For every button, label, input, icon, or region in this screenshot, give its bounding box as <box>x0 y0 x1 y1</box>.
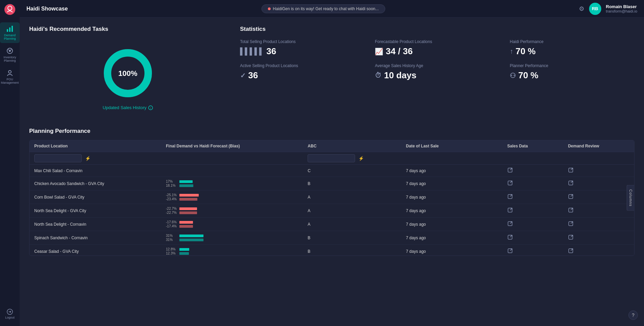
table-row: Chicken Avocado Sandwich - GVA City 17% … <box>30 177 634 190</box>
help-button[interactable]: ? <box>628 310 638 320</box>
product-location-cell: Chicken Avocado Sandwich - GVA City <box>30 177 161 190</box>
svg-point-0 <box>4 4 15 15</box>
table-wrapper[interactable]: Product Location Final Demand vs Haidi F… <box>30 140 634 256</box>
stat-label-4: Average Sales History Age <box>375 63 500 68</box>
abc-cell: B <box>303 177 401 190</box>
abc-cell: A <box>303 218 401 231</box>
stat-value-2: ↑ 70 % <box>510 46 635 57</box>
planning-title: Planning Performance <box>29 128 635 135</box>
tasks-title: Haidi's Recommended Tasks <box>29 26 227 33</box>
stat-value-5: ⚇ 70 % <box>510 70 635 81</box>
stat-icon-2: ↑ <box>510 47 513 55</box>
sales-data-cell <box>503 165 563 177</box>
user-info: Romain Blaser transform@haidi.io <box>606 4 637 13</box>
planning-section: Planning Performance Product Location Fi… <box>29 128 635 256</box>
stat-icon-0: ▌▌▌▌▌ <box>240 47 264 55</box>
demand-review-link[interactable] <box>568 208 573 214</box>
sales-data-link[interactable] <box>507 195 513 200</box>
demand-review-link[interactable] <box>568 222 573 227</box>
table-row: Corn Bowl Salad - GVA City -25.1% -23.4%… <box>30 190 634 204</box>
product-filter-icon[interactable]: ⚡ <box>85 156 91 161</box>
table-container: Product Location Final Demand vs Haidi F… <box>29 140 635 256</box>
sales-data-link[interactable] <box>507 181 513 187</box>
banner-text: HaidiGen is on its way! Get ready to cha… <box>273 6 379 11</box>
last-sale-cell: 7 days ago <box>401 245 503 256</box>
demand-review-link[interactable] <box>568 249 573 254</box>
bar-bottom <box>179 184 193 187</box>
sidebar-item-inventory-planning[interactable]: InventoryPlanning <box>0 44 20 65</box>
sidebar: DemandPlanning InventoryPlanning POUMana… <box>0 0 20 326</box>
table-row: Max Chili Salad - Cornavin C 7 days ago <box>30 165 634 177</box>
tasks-panel: Haidi's Recommended Tasks 100% Updated S… <box>29 26 227 117</box>
product-location-cell: Ceasar Salad - GVA City <box>30 245 161 256</box>
svg-text:100%: 100% <box>118 69 137 78</box>
abc-cell: A <box>303 204 401 218</box>
bias-bar-cell: -25.1% -23.4% <box>166 193 298 201</box>
content-area: Haidi's Recommended Tasks 100% Updated S… <box>20 18 644 326</box>
settings-icon[interactable]: ⚙ <box>579 5 584 13</box>
stat-value-3: ✓ 36 <box>240 70 365 81</box>
product-location-cell: Corn Bowl Salad - GVA City <box>30 190 161 204</box>
last-sale-cell: 7 days ago <box>401 218 503 231</box>
sales-data-link[interactable] <box>507 208 513 214</box>
col-last-sale: Date of Last Sale <box>401 140 503 152</box>
product-location-cell: Spinach Sandwich - Cornavin <box>30 231 161 245</box>
filter-row: ⚡ ⚡ <box>30 152 634 165</box>
svg-point-6 <box>9 50 11 52</box>
col-bias: Final Demand vs Haidi Forecast (Bias) <box>161 140 303 152</box>
product-location-cell: North Sea Delight - Cornavin <box>30 218 161 231</box>
abc-filter-input[interactable] <box>308 154 355 162</box>
last-sale-cell: 7 days ago <box>401 190 503 204</box>
stat-item-1: Forecastable Product Locations 📈 34 / 36 <box>375 39 500 57</box>
product-filter-input[interactable] <box>34 154 82 162</box>
columns-tab[interactable]: Columns <box>627 185 635 211</box>
user-name: Romain Blaser <box>606 4 637 9</box>
demand-review-link[interactable] <box>568 168 573 174</box>
svg-rect-4 <box>12 26 13 32</box>
app-logo[interactable] <box>4 3 16 16</box>
sidebar-item-demand-planning[interactable]: DemandPlanning <box>0 22 20 43</box>
bar-top <box>179 180 193 183</box>
abc-cell: C <box>303 165 401 177</box>
sales-data-link[interactable] <box>507 168 513 174</box>
svg-point-9 <box>8 70 11 73</box>
demand-review-cell <box>563 204 634 218</box>
abc-filter-icon[interactable]: ⚡ <box>358 156 364 161</box>
demand-review-link[interactable] <box>568 181 573 187</box>
stat-item-0: Total Selling Product Locations ▌▌▌▌▌ 36 <box>240 39 365 57</box>
sales-data-link[interactable] <box>507 222 513 227</box>
top-section: Haidi's Recommended Tasks 100% Updated S… <box>29 26 635 117</box>
bar-bottom <box>179 211 197 214</box>
table-header-row: Product Location Final Demand vs Haidi F… <box>30 140 634 152</box>
stat-icon-5: ⚇ <box>510 72 516 80</box>
demand-review-cell <box>563 245 634 256</box>
sales-data-cell <box>503 231 563 245</box>
sales-data-cell <box>503 218 563 231</box>
abc-cell: B <box>303 245 401 256</box>
table-row: North Sea Delight - GVA City -22.7% -22.… <box>30 204 634 218</box>
last-sale-cell: 7 days ago <box>401 231 503 245</box>
col-sales-data: Sales Data <box>503 140 563 152</box>
demand-review-cell <box>563 165 634 177</box>
abc-cell: A <box>303 190 401 204</box>
stat-icon-4: ⏱ <box>375 72 382 79</box>
sidebar-item-pou-management[interactable]: POUManagement <box>0 66 20 87</box>
app-title: Haidi Showcase <box>26 6 68 12</box>
stat-label-5: Planner Performance <box>510 63 635 68</box>
demand-review-cell <box>563 218 634 231</box>
sales-data-link[interactable] <box>507 235 513 241</box>
demand-review-cell <box>563 231 634 245</box>
bias-bar-cell: 31% 31% <box>166 234 298 242</box>
stat-value-4: ⏱ 10 days <box>375 70 500 81</box>
stats-panel: Statistics Total Selling Product Locatio… <box>240 26 635 117</box>
bar-top <box>179 207 197 210</box>
demand-review-link[interactable] <box>568 195 573 200</box>
abc-cell: B <box>303 231 401 245</box>
demand-review-cell <box>563 177 634 190</box>
bias-bar-cell: 12.8% 12.3% <box>166 247 298 255</box>
bias-bar-cell: -22.7% -22.7% <box>166 207 298 215</box>
demand-review-link[interactable] <box>568 235 573 241</box>
sales-data-link[interactable] <box>507 249 513 254</box>
bar-top <box>179 248 189 251</box>
logout-button[interactable]: Logout <box>5 308 15 319</box>
